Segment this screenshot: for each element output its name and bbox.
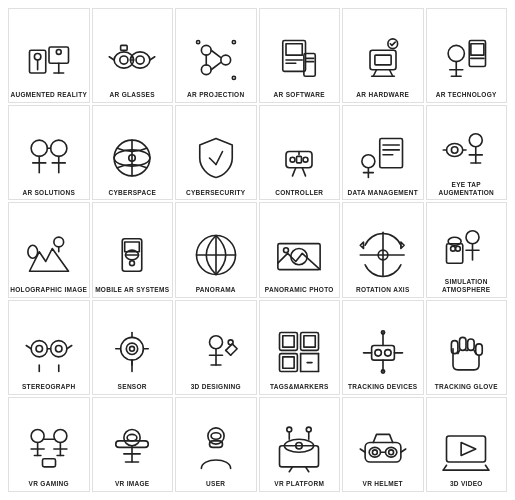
svg-point-68 [362, 154, 375, 167]
tracking-devices-label: TRACKING DEVICES [348, 383, 417, 391]
icon-cell-sensor[interactable]: SENSOR [92, 300, 174, 395]
augmented-reality-label: AUGMENTED REALITY [10, 91, 87, 99]
svg-point-13 [136, 56, 144, 64]
svg-point-185 [385, 448, 396, 458]
icon-cell-panorama[interactable]: PANORAMA [175, 202, 257, 297]
data-management-icon [354, 129, 412, 187]
svg-marker-192 [461, 443, 476, 456]
icon-cell-ar-projection[interactable]: AR PROJECTION [175, 8, 257, 103]
simulation-atmosphere-label: SIMULATION ATMOSPHERE [428, 278, 506, 294]
icon-cell-rotation-axis[interactable]: ROTATION AXIS [342, 202, 424, 297]
svg-line-56 [216, 151, 223, 164]
icon-grid: AUGMENTED REALITY AR GLASSES AR PROJECTI… [0, 0, 515, 500]
icon-cell-tags-markers[interactable]: TAGS&MARKERS [259, 300, 341, 395]
ar-glasses-label: AR GLASSES [110, 91, 155, 99]
icon-cell-vr-gaming[interactable]: VR GAMING [8, 397, 90, 492]
svg-line-18 [211, 63, 221, 70]
icon-cell-tracking-glove[interactable]: TRACKING GLOVE [426, 300, 508, 395]
svg-marker-97 [360, 242, 363, 249]
panorama-icon [187, 226, 245, 284]
svg-point-105 [31, 341, 47, 357]
icon-cell-ar-glasses[interactable]: AR GLASSES [92, 8, 174, 103]
svg-point-17 [221, 56, 231, 66]
icon-cell-panoramic-photo[interactable]: PANORAMIC PHOTO [259, 202, 341, 297]
user-icon [187, 420, 245, 478]
icon-cell-ar-software[interactable]: AR SOFTWARE [259, 8, 341, 103]
tags-markers-icon [270, 323, 328, 381]
icon-cell-vr-platform[interactable]: VR PLATFORM [259, 397, 341, 492]
svg-line-109 [26, 346, 31, 349]
svg-point-81 [28, 245, 38, 258]
stereograph-icon [20, 323, 78, 381]
holographic-image-icon [20, 226, 78, 284]
rotation-axis-label: ROTATION AXIS [356, 286, 410, 294]
ar-software-icon [270, 31, 328, 89]
vr-image-label: VR IMAGE [115, 480, 150, 488]
svg-line-33 [373, 70, 376, 77]
svg-point-116 [130, 346, 135, 351]
icon-cell-3d-video[interactable]: 3D VIDEO [426, 397, 508, 492]
vr-platform-icon [270, 420, 328, 478]
svg-point-79 [54, 237, 64, 247]
icon-cell-mobile-ar-systems[interactable]: MOBILE AR SYSTEMS [92, 202, 174, 297]
icon-cell-cyberspace[interactable]: CYBERSPACE [92, 105, 174, 200]
icon-cell-vr-helmet[interactable]: VR HELMET [342, 397, 424, 492]
svg-rect-151 [476, 344, 483, 355]
icon-cell-eye-tap-augmentation[interactable]: EYE TAP AUGMENTATION [426, 105, 508, 200]
icon-cell-ar-solutions[interactable]: AR SOLUTIONS [8, 105, 90, 200]
svg-rect-32 [375, 56, 391, 66]
icon-cell-user[interactable]: USER [175, 397, 257, 492]
3d-video-icon [437, 420, 495, 478]
svg-point-127 [228, 340, 233, 345]
svg-point-172 [211, 433, 221, 440]
eye-tap-augmentation-icon [437, 121, 495, 179]
svg-point-12 [120, 56, 128, 64]
svg-line-10 [150, 57, 155, 60]
holographic-image-label: HOLOGRAPHIC IMAGE [10, 286, 87, 294]
svg-point-23 [232, 77, 235, 80]
3d-designing-label: 3D DESIGNING [191, 383, 241, 391]
sensor-icon [103, 323, 161, 381]
svg-rect-129 [283, 336, 294, 347]
svg-point-98 [466, 231, 479, 244]
icon-cell-ar-hardware[interactable]: AR HARDWARE [342, 8, 424, 103]
icon-cell-controller[interactable]: CONTROLLER [259, 105, 341, 200]
panorama-label: PANORAMA [196, 286, 236, 294]
svg-rect-38 [471, 44, 484, 55]
svg-rect-64 [380, 138, 403, 167]
icon-cell-augmented-reality[interactable]: AUGMENTED REALITY [8, 8, 90, 103]
svg-point-115 [127, 343, 138, 354]
controller-label: CONTROLLER [275, 189, 323, 197]
icon-cell-tracking-devices[interactable]: TRACKING DEVICES [342, 300, 424, 395]
svg-point-107 [36, 346, 43, 353]
svg-point-76 [452, 147, 459, 154]
mobile-ar-systems-label: MOBILE AR SYSTEMS [95, 286, 169, 294]
svg-point-159 [54, 430, 67, 443]
icon-cell-holographic-image[interactable]: HOLOGRAPHIC IMAGE [8, 202, 90, 297]
data-management-label: DATA MANAGEMENT [348, 189, 418, 197]
icon-cell-cybersecurity[interactable]: CYBERSECURITY [175, 105, 257, 200]
vr-gaming-label: VR GAMING [29, 480, 69, 488]
svg-point-92 [284, 247, 289, 252]
svg-rect-191 [447, 436, 486, 462]
icon-cell-stereograph[interactable]: STEREOGRAPH [8, 300, 90, 395]
icon-cell-simulation-atmosphere[interactable]: SIMULATION ATMOSPHERE [426, 202, 508, 297]
ar-hardware-label: AR HARDWARE [356, 91, 409, 99]
ar-technology-icon [437, 31, 495, 89]
svg-point-1 [34, 54, 41, 61]
icon-cell-ar-technology[interactable]: AR TECHNOLOGY [426, 8, 508, 103]
svg-point-47 [50, 140, 66, 156]
ar-solutions-icon [20, 129, 78, 187]
svg-rect-131 [304, 336, 315, 347]
svg-point-40 [448, 46, 464, 62]
svg-rect-148 [452, 341, 459, 354]
icon-cell-vr-image[interactable]: VR IMAGE [92, 397, 174, 492]
simulation-atmosphere-icon [437, 218, 495, 276]
svg-point-59 [303, 157, 308, 162]
mobile-ar-systems-icon [103, 226, 161, 284]
icon-cell-3d-designing[interactable]: 3D DESIGNING [175, 300, 257, 395]
panoramic-photo-icon [270, 226, 328, 284]
svg-rect-149 [460, 337, 467, 350]
vr-helmet-icon [354, 420, 412, 478]
icon-cell-data-management[interactable]: DATA MANAGEMENT [342, 105, 424, 200]
